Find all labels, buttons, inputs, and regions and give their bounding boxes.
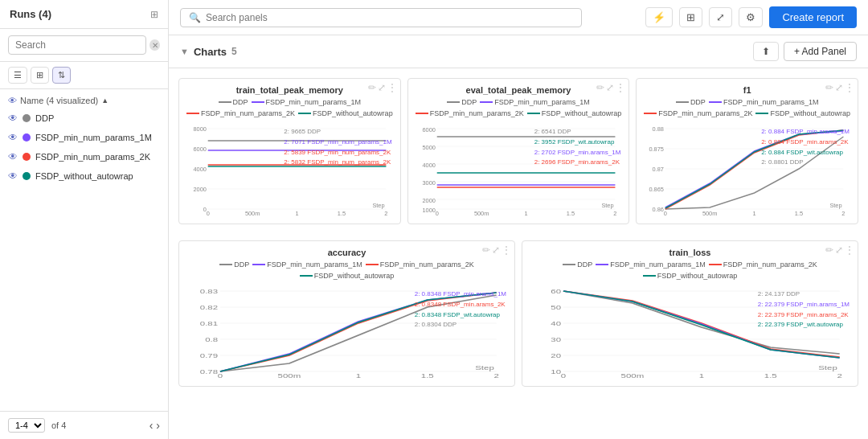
chart-edit-button-5[interactable]: ✏ bbox=[825, 244, 833, 256]
chart-area-3: 0.88 0.875 0.87 0.865 0.86 0 500m 1 1.5 … bbox=[643, 121, 851, 217]
run-visibility-toggle[interactable]: 👁 bbox=[8, 132, 18, 143]
chart-more-button-2[interactable]: ⋮ bbox=[616, 82, 625, 93]
chart-train-loss: ✏ ⤢ ⋮ train_loss DDP FSDP_min_num_params… bbox=[522, 240, 858, 387]
chart-edit-button-1[interactable]: ✏ bbox=[368, 82, 376, 93]
charts-grid-bottom: ✏ ⤢ ⋮ accuracy DDP FSDP_min_num_params_1… bbox=[169, 234, 868, 396]
svg-text:0.87: 0.87 bbox=[653, 166, 664, 173]
main-header: 🔍 ⚡ ⊞ ⤢ ⚙ Create report bbox=[169, 0, 868, 35]
collapse-icon[interactable]: ▼ bbox=[180, 47, 189, 56]
chart-edit-button-4[interactable]: ✏ bbox=[482, 244, 490, 256]
legend-ddp-2: DDP bbox=[447, 98, 477, 106]
svg-text:1: 1 bbox=[753, 210, 756, 217]
svg-text:0.78: 0.78 bbox=[200, 368, 219, 375]
prev-page-button[interactable]: ‹ bbox=[149, 419, 154, 432]
svg-text:Step: Step bbox=[818, 364, 837, 371]
legend-2k-4: FSDP_min_num_params_2K bbox=[366, 261, 474, 269]
svg-text:20: 20 bbox=[551, 352, 561, 359]
chart-tooltip-4: 2: 0.8348 FSDP_min.arams_1M 2: 0.8348 FS… bbox=[415, 289, 506, 330]
svg-text:4000: 4000 bbox=[193, 166, 206, 173]
add-panel-button[interactable]: + Add Panel bbox=[784, 42, 857, 61]
chart-edit-button-2[interactable]: ✏ bbox=[596, 82, 604, 93]
chart-actions-4: ✏ ⤢ ⋮ bbox=[482, 244, 511, 256]
svg-text:1.5: 1.5 bbox=[421, 372, 435, 380]
run-color-dot bbox=[23, 172, 31, 180]
run-visibility-toggle[interactable]: 👁 bbox=[8, 113, 18, 124]
chart-tooltip-3: 2: 0.884 FSDP_min.arams_1M 2: 0.884 FSDP… bbox=[761, 127, 850, 168]
runs-section: 👁 Name (4 visualized) ▲ bbox=[0, 89, 168, 109]
chart-title-1: train_total_peak_memory bbox=[186, 85, 394, 95]
run-item[interactable]: 👁 FSDP_without_autowrap bbox=[0, 166, 168, 186]
legend-1m-2: FSDP_min_num_params_1M bbox=[480, 98, 590, 106]
svg-text:500m: 500m bbox=[474, 210, 489, 217]
sidebar: Runs (4) ⊞ ✕ ☰ ⊞ ⇅ 👁 Name (4 visualized)… bbox=[0, 0, 169, 439]
svg-text:50: 50 bbox=[551, 304, 561, 311]
svg-text:6000: 6000 bbox=[422, 126, 435, 133]
svg-text:0.83: 0.83 bbox=[200, 288, 219, 295]
run-name-label: DDP bbox=[35, 113, 54, 123]
sort-button[interactable]: ⇅ bbox=[52, 67, 71, 84]
svg-text:500m: 500m bbox=[278, 372, 301, 380]
chart-eval-total-peak-memory: ✏ ⤢ ⋮ eval_total_peak_memory DDP FSDP_mi… bbox=[407, 78, 630, 224]
chart-legend-1: DDP FSDP_min_num_params_1M FSDP_min_num_… bbox=[186, 98, 394, 117]
run-visibility-toggle[interactable]: 👁 bbox=[8, 170, 18, 182]
chart-more-button-3[interactable]: ⋮ bbox=[845, 82, 854, 93]
runs-arrow-icon: ▲ bbox=[101, 96, 108, 105]
chart-title-3: f1 bbox=[643, 85, 851, 95]
chart-legend-5: DDP FSDP_min_num_params_1M FSDP_min_num_… bbox=[529, 261, 851, 280]
filter-button[interactable]: ☰ bbox=[8, 67, 27, 84]
chart-expand-button-1[interactable]: ⤢ bbox=[378, 82, 386, 93]
run-item[interactable]: 👁 DDP bbox=[0, 109, 168, 128]
expand-icon-button[interactable]: ⤢ bbox=[709, 7, 732, 27]
legend-auto-4: FSDP_without_autowrap bbox=[300, 272, 395, 280]
search-panels-input[interactable] bbox=[206, 12, 573, 23]
svg-text:0: 0 bbox=[207, 210, 210, 217]
create-report-button[interactable]: Create report bbox=[769, 6, 857, 28]
run-visibility-toggle[interactable]: 👁 bbox=[8, 151, 18, 162]
runs-label[interactable]: 👁 Name (4 visualized) ▲ bbox=[8, 96, 160, 105]
run-item[interactable]: 👁 FSDP_min_num_params_2K bbox=[0, 147, 168, 166]
pagination-controls: 1-4 of 4 bbox=[8, 418, 66, 433]
chart-more-button-5[interactable]: ⋮ bbox=[845, 244, 854, 256]
svg-text:5000: 5000 bbox=[422, 144, 435, 151]
run-item[interactable]: 👁 FSDP_min_num_params_1M bbox=[0, 128, 168, 147]
page-select[interactable]: 1-4 bbox=[8, 418, 45, 433]
next-page-button[interactable]: › bbox=[156, 419, 160, 432]
chart-tooltip-1: 2: 9665 DDP 2: 7071 FSDP_min_num_params_… bbox=[284, 127, 391, 168]
svg-text:1: 1 bbox=[296, 210, 299, 217]
chart-accuracy: ✏ ⤢ ⋮ accuracy DDP FSDP_min_num_params_1… bbox=[178, 240, 515, 387]
svg-text:4000: 4000 bbox=[422, 162, 435, 169]
svg-text:500m: 500m bbox=[702, 210, 717, 217]
filter-icon-button[interactable]: ⚡ bbox=[645, 7, 673, 27]
chart-expand-button-5[interactable]: ⤢ bbox=[835, 244, 843, 256]
charts-section-header: ▼ Charts 5 ⬆ + Add Panel bbox=[169, 35, 868, 68]
chart-more-button-4[interactable]: ⋮ bbox=[502, 244, 511, 256]
svg-text:30: 30 bbox=[551, 336, 561, 343]
legend-auto-1: FSDP_without_autowrap bbox=[298, 109, 393, 117]
group-icon-button[interactable]: ⊞ bbox=[679, 7, 702, 27]
columns-button[interactable]: ⊞ bbox=[31, 67, 49, 84]
sidebar-search-clear-button[interactable]: ✕ bbox=[149, 39, 160, 51]
chart-expand-button-3[interactable]: ⤢ bbox=[835, 82, 843, 93]
eye-all-icon: 👁 bbox=[8, 96, 17, 105]
sidebar-table-icon[interactable]: ⊞ bbox=[150, 9, 158, 20]
chart-expand-button-4[interactable]: ⤢ bbox=[492, 244, 500, 256]
chart-f1: ✏ ⤢ ⋮ f1 DDP FSDP_min_num_params_1M FSDP… bbox=[636, 78, 858, 224]
sidebar-footer: 1-4 of 4 ‹ › bbox=[0, 411, 168, 439]
svg-text:2: 2 bbox=[613, 210, 616, 217]
chart-actions-1: ✏ ⤢ ⋮ bbox=[368, 82, 397, 93]
pagination-nav: ‹ › bbox=[149, 419, 160, 432]
section-export-button[interactable]: ⬆ bbox=[753, 42, 779, 61]
sidebar-search-input[interactable] bbox=[8, 35, 146, 55]
legend-2k-1: FSDP_min_num_params_2K bbox=[186, 109, 295, 117]
svg-text:2: 2 bbox=[837, 372, 841, 380]
svg-text:0.88: 0.88 bbox=[653, 125, 664, 133]
chart-expand-button-2[interactable]: ⤢ bbox=[606, 82, 614, 93]
sidebar-toolbar: ☰ ⊞ ⇅ bbox=[0, 62, 168, 89]
svg-text:1.5: 1.5 bbox=[567, 210, 575, 217]
chart-edit-button-3[interactable]: ✏ bbox=[825, 82, 833, 93]
sidebar-title: Runs (4) bbox=[10, 8, 51, 20]
chart-more-button-1[interactable]: ⋮ bbox=[387, 82, 397, 93]
settings-icon-button[interactable]: ⚙ bbox=[739, 7, 763, 27]
svg-text:Step: Step bbox=[830, 202, 842, 209]
run-name-label: FSDP_min_num_params_2K bbox=[35, 152, 150, 162]
